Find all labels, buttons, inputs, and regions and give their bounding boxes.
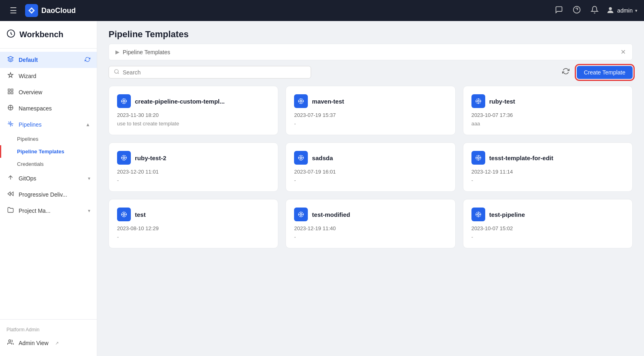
svg-point-24 — [300, 157, 302, 159]
project-chevron-icon: ▾ — [88, 208, 90, 214]
pipeline-template-card[interactable]: test-pipeline 2023-10-07 15:02 - — [463, 199, 633, 248]
card-date: 2023-12-19 11:40 — [294, 225, 447, 231]
sidebar-item-label-progressive: Progressive Deliv... — [19, 191, 67, 198]
sidebar-section: Default Wizard Overview — [0, 49, 97, 319]
sidebar-item-gitops[interactable]: GitOps ▾ — [0, 170, 97, 186]
sidebar-sub-label-credentials: Credentials — [17, 161, 44, 167]
sidebar-item-progressive[interactable]: Progressive Deliv... — [0, 186, 97, 203]
pipeline-template-card[interactable]: tesst-template-for-edit 2023-12-19 11:14… — [463, 142, 633, 192]
chat-icon — [555, 6, 563, 16]
card-date: 2023-11-30 18:20 — [117, 112, 270, 118]
wizard-icon — [6, 72, 15, 80]
card-desc: use to test create template — [117, 121, 270, 127]
hamburger-button[interactable]: ☰ — [6, 4, 20, 17]
svg-line-15 — [118, 73, 119, 74]
logo-text: DaoCloud — [41, 6, 76, 15]
pipeline-template-icon — [471, 94, 485, 108]
sidebar-sub-label-pipeline-templates: Pipeline Templates — [17, 148, 64, 155]
svg-point-30 — [300, 214, 302, 216]
default-icon — [6, 56, 15, 64]
sidebar: Workbench Default Wizard — [0, 21, 97, 356]
gitops-chevron-icon: ▾ — [88, 176, 90, 181]
pipeline-template-icon — [117, 94, 131, 108]
breadcrumb-close-button[interactable]: ✕ — [621, 48, 626, 56]
card-date: 2023-12-19 11:14 — [471, 169, 624, 175]
sidebar-item-overview[interactable]: Overview — [0, 84, 97, 100]
pipeline-template-card[interactable]: create-pipeline-custom-templ... 2023-11-… — [109, 86, 278, 135]
card-header: test-pipeline — [471, 208, 624, 221]
project-icon — [6, 207, 15, 215]
pipeline-template-card[interactable]: ruby-test-2 2023-12-20 11:01 - — [109, 142, 278, 192]
sidebar-bottom: Platform Admin Admin View ↗ — [0, 319, 97, 356]
card-header: ruby-test — [471, 94, 624, 108]
main-layout: Workbench Default Wizard — [0, 21, 644, 356]
svg-rect-6 — [11, 89, 13, 91]
svg-point-22 — [123, 157, 125, 159]
pipeline-template-card[interactable]: test 2023-08-10 12:29 - — [109, 199, 278, 248]
sidebar-item-default[interactable]: Default — [0, 52, 97, 68]
chat-button[interactable] — [552, 3, 565, 18]
pipeline-template-icon — [471, 151, 485, 165]
sidebar-sub-item-pipeline-templates[interactable]: Pipeline Templates — [0, 145, 97, 158]
sidebar-item-label-gitops: GitOps — [19, 175, 36, 182]
sidebar-item-wizard[interactable]: Wizard — [0, 68, 97, 84]
content-header: Pipeline Templates — [97, 21, 644, 44]
sidebar-admin-view-label: Admin View — [19, 340, 49, 346]
pipeline-template-card[interactable]: ruby-test 2023-10-07 17:36 aaa — [463, 86, 633, 135]
card-date: 2023-10-07 15:02 — [471, 225, 624, 231]
card-header: sadsda — [294, 151, 447, 165]
search-icon — [114, 69, 119, 76]
svg-point-13 — [9, 340, 11, 342]
svg-point-20 — [477, 100, 479, 102]
sidebar-item-label-project: Project Ma... — [19, 208, 51, 214]
sidebar-item-admin-view[interactable]: Admin View ↗ — [0, 335, 97, 351]
svg-marker-11 — [8, 192, 10, 195]
search-box — [109, 66, 311, 78]
sidebar-item-project[interactable]: Project Ma... ▾ — [0, 203, 97, 219]
pipeline-template-card[interactable]: maven-test 2023-07-19 15:37 - — [286, 86, 455, 135]
card-name: ruby-test-2 — [135, 155, 166, 161]
refresh-button[interactable] — [560, 65, 572, 79]
pipelines-chevron-icon: ▲ — [85, 122, 90, 127]
bell-button[interactable] — [588, 3, 601, 18]
sidebar-item-label-wizard: Wizard — [19, 73, 36, 79]
pipeline-template-card[interactable]: sadsda 2023-07-19 16:01 - — [286, 142, 455, 192]
card-header: tesst-template-for-edit — [471, 151, 624, 165]
card-name: test-modified — [312, 211, 350, 218]
svg-point-14 — [115, 70, 118, 73]
pipelines-icon — [6, 121, 15, 129]
refresh-icon — [85, 57, 90, 64]
help-icon — [573, 6, 581, 16]
user-name-label: admin — [617, 7, 633, 14]
card-desc: aaa — [471, 121, 624, 127]
help-button[interactable] — [570, 3, 583, 18]
breadcrumb-chevron-icon: ▶ — [115, 49, 119, 55]
search-input[interactable] — [123, 69, 306, 76]
refresh-sync-icon — [562, 68, 569, 76]
card-desc: - — [294, 234, 447, 240]
user-menu[interactable]: admin ▾ — [606, 6, 638, 16]
card-desc: - — [117, 234, 270, 240]
card-header: maven-test — [294, 94, 447, 108]
user-menu-chevron-icon: ▾ — [635, 8, 638, 13]
workbench-icon — [6, 29, 15, 40]
create-template-button[interactable]: Create Template — [577, 66, 633, 79]
card-name: maven-test — [312, 98, 344, 105]
bell-icon — [591, 6, 599, 16]
sidebar-sub-item-credentials[interactable]: Credentials — [0, 158, 97, 170]
svg-point-16 — [123, 100, 125, 102]
cards-grid: create-pipeline-custom-templ... 2023-11-… — [109, 86, 633, 248]
sidebar-sub-item-pipelines[interactable]: Pipelines — [0, 133, 97, 145]
svg-point-18 — [300, 100, 302, 102]
svg-rect-5 — [8, 89, 10, 91]
card-desc: - — [471, 234, 624, 240]
sidebar-item-label-overview: Overview — [19, 89, 42, 95]
pipeline-template-card[interactable]: test-modified 2023-12-19 11:40 - — [286, 199, 455, 248]
svg-marker-12 — [11, 192, 13, 195]
sidebar-item-pipelines[interactable]: Pipelines ▲ — [0, 117, 97, 133]
platform-admin-label: Platform Admin — [0, 324, 97, 335]
card-name: test-pipeline — [489, 211, 525, 218]
sidebar-item-namespaces[interactable]: Namespaces — [0, 100, 97, 117]
card-header: test-modified — [294, 208, 447, 221]
card-name: sadsda — [312, 155, 333, 161]
